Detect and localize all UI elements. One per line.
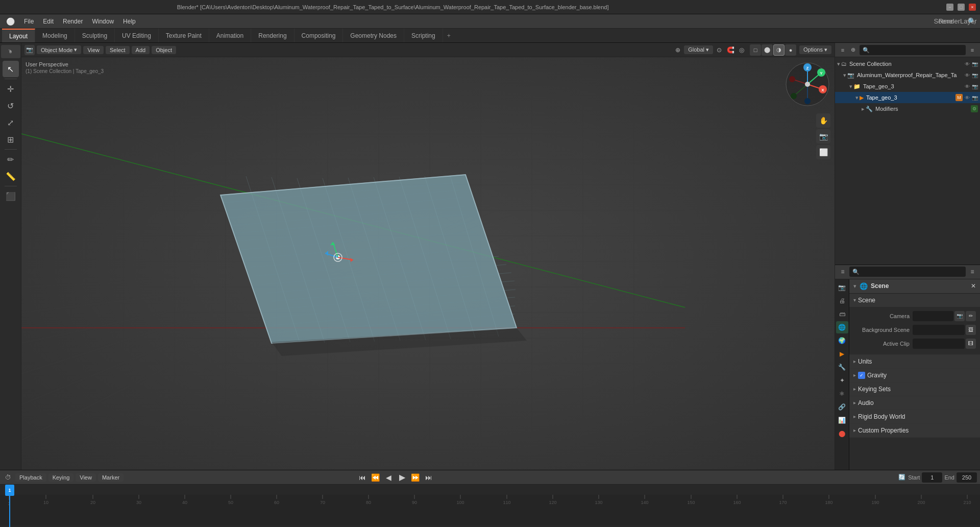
camera-edit-icon[interactable]: ✏ (966, 311, 976, 321)
properties-icon-btn[interactable]: ≡ (838, 267, 847, 276)
jump-to-end-button[interactable]: ⏭ (423, 472, 434, 483)
tab-layout[interactable]: Layout (2, 29, 35, 42)
view-menu[interactable]: View (83, 46, 104, 54)
add-workspace-button[interactable]: + (443, 29, 455, 42)
solid-shading[interactable]: ⬤ (762, 44, 773, 56)
active-clip-picker[interactable]: 🎞 (966, 339, 976, 349)
jump-to-start-button[interactable]: ⏮ (357, 472, 368, 483)
options-button[interactable]: Options ▾ (799, 45, 831, 54)
render-layer-selector[interactable]: RenderLayer (951, 15, 964, 28)
material-properties-icon[interactable]: ⬤ (836, 427, 848, 440)
custom-properties-header[interactable]: ▸ Custom Properties (849, 424, 980, 437)
units-section-header[interactable]: ▸ Units (849, 355, 980, 368)
playback-menu[interactable]: Playback (15, 473, 46, 482)
menu-file[interactable]: File (20, 17, 38, 26)
object-menu[interactable]: Object (152, 46, 176, 54)
frame-end-input[interactable]: 250 (957, 472, 977, 483)
menu-edit[interactable]: Edit (39, 17, 58, 26)
scene-panel-close[interactable]: ✕ (971, 282, 976, 290)
move-tool[interactable]: ✛ (3, 81, 19, 97)
properties-search[interactable] (849, 267, 966, 277)
play-reverse-button[interactable]: ◀ (383, 472, 395, 483)
add-menu[interactable]: Add (132, 46, 150, 54)
tab-scripting[interactable]: Scripting (404, 29, 443, 42)
outliner-aluminum-item[interactable]: ▾ 📷 Aluminum_Waterproof_Repair_Tape_Ta 👁… (835, 69, 980, 81)
step-back-button[interactable]: ⏪ (370, 472, 381, 483)
wireframe-shading[interactable]: □ (750, 44, 761, 56)
object-mode-selector[interactable]: Object Mode ▾ (37, 45, 81, 54)
snap-icon[interactable]: 🧲 (725, 45, 736, 55)
object-properties-icon[interactable]: ▶ (836, 348, 848, 360)
camera-value[interactable] (913, 311, 953, 321)
tape-collection-visibility[interactable]: 👁 (965, 84, 970, 89)
view-layer-icon[interactable]: 🗃 (836, 308, 848, 320)
menu-window[interactable]: Window (88, 17, 118, 26)
keying-sets-header[interactable]: ▸ Keying Sets (849, 382, 980, 396)
tab-modeling[interactable]: Modeling (35, 29, 75, 42)
keying-menu[interactable]: Keying (48, 473, 74, 482)
active-clip-value[interactable] (913, 339, 965, 349)
gravity-section-header[interactable]: ▸ ✓ Gravity (849, 369, 980, 382)
step-forward-button[interactable]: ⏩ (410, 472, 421, 483)
menu-help[interactable]: Help (119, 17, 140, 26)
aluminum-visibility[interactable]: 👁 (965, 73, 970, 78)
tab-geometry-nodes[interactable]: Geometry Nodes (343, 29, 404, 42)
current-frame-indicator[interactable]: 1 (5, 485, 14, 496)
proportional-edit-icon[interactable]: ◎ (737, 45, 747, 55)
tab-sculpting[interactable]: Sculpting (75, 29, 115, 42)
global-space-icon[interactable]: ⊕ (673, 45, 683, 55)
tape-collection-render[interactable]: 📷 (972, 84, 978, 89)
viewport[interactable]: 📷 Object Mode ▾ View Select Add Object ⊕… (21, 43, 835, 470)
material-preview-shading[interactable]: ◑ (773, 44, 785, 56)
select-menu[interactable]: Select (106, 46, 130, 54)
constraints-properties-icon[interactable]: 🔗 (836, 401, 848, 413)
world-properties-icon[interactable]: 🌍 (836, 334, 848, 347)
select-tool[interactable]: ↖ (3, 61, 19, 77)
scene-visibility-icon[interactable]: 👁 (965, 61, 970, 67)
play-button[interactable]: ▶ (397, 472, 408, 483)
aluminum-render[interactable]: 📷 (972, 73, 978, 78)
viewport-type-icon[interactable]: 📷 (24, 45, 35, 55)
background-scene-value[interactable] (913, 325, 965, 335)
tab-uv-editing[interactable]: UV Editing (115, 29, 159, 42)
properties-filter-btn[interactable]: ≡ (968, 267, 977, 276)
rotate-tool[interactable]: ↺ (3, 98, 19, 114)
camera-view-button[interactable]: 📷 (816, 129, 830, 143)
marker-menu[interactable]: Marker (98, 473, 124, 482)
measure-tool[interactable]: 📏 (3, 168, 19, 184)
mode-selector[interactable]: 🖱 (1, 45, 20, 58)
orthographic-button[interactable]: ⬜ (816, 145, 830, 159)
outliner-more-btn[interactable]: ≡ (968, 45, 977, 55)
add-cube-tool[interactable]: ⬛ (3, 188, 19, 204)
tab-animation[interactable]: Animation (209, 29, 251, 42)
physics-properties-icon[interactable]: ⚛ (836, 388, 848, 400)
annotate-tool[interactable]: ✏ (3, 151, 19, 167)
tape-mesh-visibility[interactable]: 👁 (965, 95, 970, 101)
rendered-shading[interactable]: ● (785, 44, 796, 56)
transform-tool[interactable]: ⊞ (3, 131, 19, 148)
scene-panel-expand[interactable]: ▾ (853, 283, 856, 290)
tab-rendering[interactable]: Rendering (251, 29, 294, 42)
maximize-button[interactable]: □ (958, 4, 965, 11)
loop-icon[interactable]: 🔄 (898, 473, 906, 482)
data-properties-icon[interactable]: 📊 (836, 414, 848, 426)
outliner-icon-btn[interactable]: ≡ (838, 45, 847, 55)
particles-properties-icon[interactable]: ✦ (836, 374, 848, 387)
output-properties-icon[interactable]: 🖨 (836, 295, 848, 307)
scene-render-icon[interactable]: 📷 (972, 61, 978, 67)
render-properties-icon[interactable]: 📷 (836, 281, 848, 294)
timeline-ruler-area[interactable]: 1 1 10 20 30 40 50 (0, 485, 980, 527)
menu-render[interactable]: Render (59, 17, 87, 26)
gravity-checkbox[interactable]: ✓ (858, 372, 865, 379)
audio-section-header[interactable]: ▸ Audio (849, 396, 980, 410)
rigid-body-header[interactable]: ▸ Rigid Body World (849, 410, 980, 423)
outliner-tape-mesh[interactable]: ▾ ▶ Tape_geo_3 M 👁 📷 (835, 92, 980, 103)
outliner-filter-btn[interactable]: ⊕ (848, 45, 857, 55)
outliner-search[interactable] (860, 45, 966, 55)
outliner-scene-collection[interactable]: ▾ 🗂 Scene Collection 👁 📷 (835, 58, 980, 69)
modifiers-icon-small[interactable]: ⚙ (971, 105, 978, 112)
search-button[interactable]: 🔍 (966, 15, 978, 28)
tape-mesh-material[interactable]: M (955, 94, 963, 101)
scene-properties-icon[interactable]: 🌐 (836, 321, 848, 333)
blender-logo[interactable]: ⚪ (2, 16, 19, 27)
